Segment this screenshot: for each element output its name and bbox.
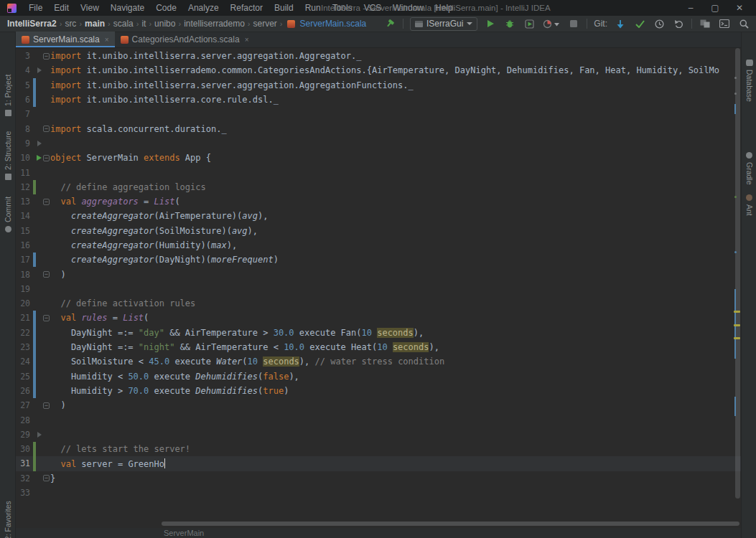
tool-button-commit[interactable]: Commit — [4, 188, 12, 232]
menu-navigate[interactable]: Navigate — [106, 1, 149, 14]
code-line-17[interactable]: 17 createAggregator(DayNight)(moreFreque… — [16, 253, 741, 267]
breadcrumb-item[interactable]: main — [83, 19, 106, 29]
breadcrumb-item[interactable]: src — [63, 19, 78, 29]
fold-icon[interactable]: − — [42, 315, 50, 321]
update-project-button[interactable] — [614, 17, 627, 30]
menu-refactor[interactable]: Refactor — [225, 1, 268, 14]
code-line-25[interactable]: 25 Humidity < 50.0 execute Dehumidifies(… — [16, 369, 741, 384]
code-line-20[interactable]: 20 // define activation rules — [16, 296, 741, 311]
tab-categoriesandactions-scala[interactable]: CategoriesAndActions.scala× — [115, 32, 255, 47]
horizontal-scrollbar[interactable] — [162, 522, 739, 526]
code-line-33[interactable]: 33 — [16, 486, 741, 500]
code-line-27[interactable]: 27− ) — [16, 398, 741, 412]
code-line-29[interactable]: 29 — [16, 428, 741, 442]
breadcrumb: IntelliSerra2›src›main›scala›it›unibo›in… — [6, 19, 368, 29]
breadcrumb-item[interactable]: server — [252, 19, 279, 29]
menu-file[interactable]: File — [24, 1, 47, 14]
code-line-12[interactable]: 12 // define aggregation logics — [16, 180, 741, 194]
code-line-13[interactable]: 13− val aggregators = List( — [16, 194, 741, 209]
code-line-21[interactable]: 21− val rules = List( — [16, 311, 741, 325]
code-line-7[interactable]: 7 — [16, 107, 741, 121]
breadcrumb-item[interactable]: intelliserrademo — [182, 19, 246, 29]
code-line-19[interactable]: 19 — [16, 282, 741, 296]
code-line-16[interactable]: 16 createAggregator(Humidity)(max), — [16, 238, 741, 253]
breadcrumb-item[interactable]: IntelliSerra2 — [6, 19, 58, 29]
stripe-mark-warning[interactable] — [734, 337, 740, 339]
fold-icon[interactable]: − — [42, 475, 50, 481]
menu-view[interactable]: View — [75, 1, 104, 14]
code-line-10[interactable]: 10−object ServerMain extends App { — [16, 151, 741, 165]
code-line-18[interactable]: 18− ) — [16, 267, 741, 281]
stripe-mark-changed[interactable] — [734, 104, 736, 114]
fold-icon[interactable]: − — [42, 155, 50, 161]
fold-icon[interactable]: − — [42, 126, 50, 132]
stripe-mark-warning[interactable] — [734, 324, 740, 326]
code-line-30[interactable]: 30 // lets start the server! — [16, 442, 741, 456]
tool-button-project[interactable]: 1: Project — [4, 66, 12, 116]
close-button[interactable]: ✕ — [727, 0, 752, 16]
code-line-5[interactable]: 5import it.unibo.intelliserra.server.agg… — [16, 78, 741, 93]
tool-windows-icon[interactable] — [699, 17, 711, 30]
close-icon[interactable]: × — [105, 36, 109, 44]
code-line-28[interactable]: 28 — [16, 412, 741, 427]
code-line-4[interactable]: 4import it.unibo.intelliserrademo.common… — [16, 63, 741, 77]
breadcrumb-item[interactable]: scala — [112, 19, 135, 29]
tool-button-gradle[interactable]: Gradle — [745, 152, 754, 194]
tool-button-structure[interactable]: 2: Structure — [4, 120, 12, 180]
search-icon[interactable] — [737, 17, 750, 30]
code-line-3[interactable]: 3−import it.unibo.intelliserra.server.ag… — [16, 49, 741, 63]
run-button[interactable] — [484, 17, 497, 30]
breadcrumb-item[interactable]: unibo — [153, 19, 177, 29]
tool-button-database[interactable]: Database — [745, 60, 754, 111]
code-line-22[interactable]: 22 DayNight =:= "day" && AirTemperature … — [16, 326, 741, 340]
code-line-11[interactable]: 11 — [16, 165, 741, 179]
tool-button-favorites[interactable]: ★ 2: Favorites — [4, 494, 12, 538]
fold-icon[interactable]: − — [42, 199, 50, 205]
menu-analyze[interactable]: Analyze — [183, 1, 224, 14]
history-clock-icon[interactable] — [653, 17, 666, 30]
editor-tab-bar: ServerMain.scala×CategoriesAndActions.sc… — [16, 32, 741, 48]
stripe-mark-warning[interactable] — [734, 311, 740, 313]
fold-icon[interactable]: − — [42, 53, 50, 60]
code-line-9[interactable]: 9 — [16, 136, 741, 151]
bottom-breadcrumb[interactable]: ServerMain — [164, 529, 204, 537]
stripe-mark[interactable] — [734, 196, 737, 198]
code-line-23[interactable]: 23 DayNight =:= "night" && AirTemperatur… — [16, 340, 741, 354]
code-line-24[interactable]: 24 SoilMoisture < 45.0 execute Water(10 … — [16, 354, 741, 369]
run-with-coverage-button[interactable] — [523, 17, 536, 30]
breadcrumb-item[interactable]: it — [140, 19, 147, 29]
vertical-scrollbar[interactable] — [735, 48, 740, 499]
tab-servermain-scala[interactable]: ServerMain.scala× — [16, 32, 115, 47]
close-icon[interactable]: × — [245, 36, 249, 44]
code-line-8[interactable]: 8−import scala.concurrent.duration._ — [16, 121, 741, 136]
fold-icon[interactable]: − — [42, 402, 50, 409]
stripe-mark-changed[interactable] — [734, 397, 736, 416]
code-line-32[interactable]: 32−} — [16, 471, 741, 486]
stripe-mark[interactable] — [734, 93, 737, 95]
code-line-26[interactable]: 26 Humidity > 70.0 execute Dehumidifies(… — [16, 384, 741, 398]
commit-check-icon[interactable] — [633, 17, 646, 30]
code-line-6[interactable]: 6import it.unibo.intelliserra.core.rule.… — [16, 93, 741, 107]
tool-button-ant[interactable]: Ant — [745, 194, 754, 223]
build-hammer-icon[interactable] — [383, 17, 396, 30]
run-gutter-icon[interactable] — [36, 155, 42, 161]
run-configuration-select[interactable]: ISerraGui — [410, 17, 477, 31]
code-line-15[interactable]: 15 createAggregator(SoilMoisture)(avg), — [16, 224, 741, 238]
stripe-mark[interactable] — [734, 77, 737, 79]
code-line-31[interactable]: 31 val server = GreenHo — [16, 456, 741, 471]
debug-button[interactable] — [503, 17, 516, 30]
code-editor[interactable]: 3−import it.unibo.intelliserra.server.ag… — [16, 48, 741, 528]
rollback-icon[interactable] — [672, 17, 685, 30]
code-line-14[interactable]: 14 createAggregator(AirTemperature)(avg)… — [16, 209, 741, 223]
menu-code[interactable]: Code — [151, 1, 182, 14]
fold-icon[interactable]: − — [42, 271, 50, 278]
menu-build[interactable]: Build — [269, 1, 299, 14]
maximize-button[interactable]: ▢ — [703, 0, 727, 16]
terminal-icon[interactable] — [718, 17, 731, 30]
profiler-button[interactable] — [542, 17, 561, 30]
stripe-mark[interactable] — [734, 251, 737, 253]
minimize-button[interactable]: – — [678, 0, 703, 16]
breadcrumb-item[interactable]: ServerMain.scala — [299, 19, 368, 29]
menu-edit[interactable]: Edit — [49, 1, 74, 14]
stop-button[interactable] — [567, 17, 580, 30]
